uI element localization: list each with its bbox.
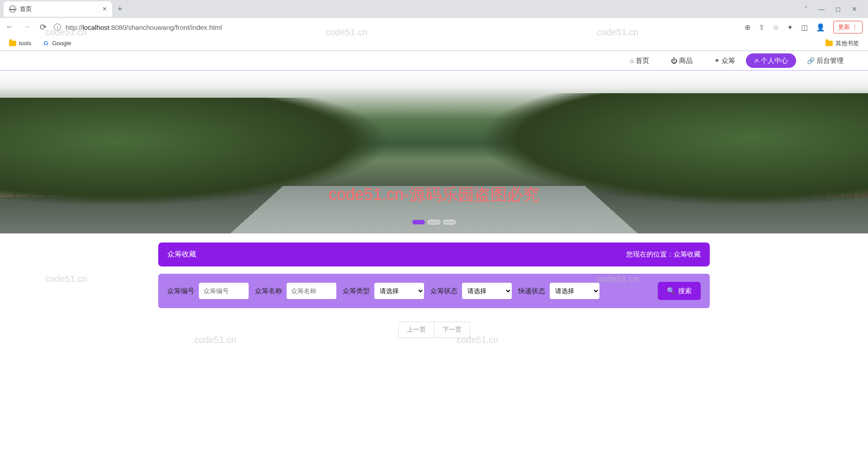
google-icon: G: [42, 40, 49, 47]
bookmark-icon[interactable]: ☆: [773, 23, 779, 32]
filter-status-label: 众筹状态: [430, 287, 458, 295]
nav-home[interactable]: ⌂首页: [619, 51, 660, 70]
user-icon: ዶ: [754, 57, 759, 65]
forward-icon[interactable]: →: [23, 22, 31, 32]
filter-delivery-label: 快递状态: [518, 287, 545, 295]
next-page-button[interactable]: 下一页: [434, 322, 470, 338]
info-icon[interactable]: i: [54, 24, 61, 31]
hero-watermark: code51.cn-源码乐园盗图必究: [329, 184, 539, 206]
filter-status-select[interactable]: 请选择: [462, 283, 512, 299]
link-icon: ⚭: [714, 57, 720, 64]
nav-personal[interactable]: ዶ个人中心: [746, 53, 796, 68]
filter-name-input[interactable]: [287, 283, 336, 299]
nav-crowd[interactable]: ⚭众筹: [703, 51, 746, 70]
address-bar: ← → ⟳ i http://localhost:8080/shanchouwa…: [0, 18, 868, 36]
globe-icon: [9, 5, 16, 13]
carousel-dot-2[interactable]: [428, 220, 440, 224]
prev-page-button[interactable]: 上一页: [398, 322, 434, 338]
bookmark-google[interactable]: GGoogle: [42, 40, 71, 47]
bookmark-other[interactable]: 其他书签: [826, 39, 859, 48]
window-controls: ˅ — ◻ ✕: [797, 5, 864, 13]
nav-goods[interactable]: ⏻商品: [660, 51, 703, 70]
filter-name-label: 众筹名称: [255, 287, 282, 295]
page-title: 众筹收藏: [167, 250, 196, 259]
url-field[interactable]: i http://localhost:8080/shanchouwang/fro…: [54, 24, 737, 31]
minimize-icon[interactable]: —: [818, 5, 825, 13]
filter-bar: 众筹编号 众筹名称 众筹类型 请选择 众筹状态 请选择 快递状态 请选择 🔍 搜…: [158, 274, 710, 308]
tab-title: 首页: [20, 5, 99, 13]
close-window-icon[interactable]: ✕: [852, 5, 857, 13]
browser-tab[interactable]: 首页 ×: [4, 1, 112, 17]
link2-icon: 🔗: [807, 57, 815, 64]
search-button[interactable]: 🔍 搜索: [658, 282, 701, 300]
main-nav: ⌂首页 ⏻商品 ⚭众筹 ዶ个人中心 🔗后台管理: [0, 51, 868, 71]
close-icon[interactable]: ×: [103, 5, 107, 13]
filter-id-input[interactable]: [199, 283, 249, 299]
update-button[interactable]: 更新 ⋮: [833, 21, 863, 33]
back-icon[interactable]: ←: [5, 22, 14, 32]
hero-banner: code51.cn-源码乐园盗图必究: [0, 71, 868, 233]
watermark: code51.cn: [45, 274, 87, 284]
extensions-icon[interactable]: ✦: [787, 23, 793, 32]
zoom-icon[interactable]: ⊕: [745, 23, 750, 32]
carousel-dot-3[interactable]: [443, 220, 456, 224]
pagination: 上一页 下一页: [158, 322, 710, 338]
search-icon: 🔍: [667, 287, 675, 295]
home-icon: ⌂: [630, 57, 634, 64]
filter-type-label: 众筹类型: [343, 287, 370, 295]
panel-icon[interactable]: ◫: [801, 23, 808, 32]
tab-bar: 首页 × + ˅ — ◻ ✕: [0, 0, 868, 18]
filter-id-label: 众筹编号: [167, 287, 194, 295]
folder-icon: [9, 41, 16, 46]
reload-icon[interactable]: ⟳: [40, 22, 47, 32]
power-icon: ⏻: [671, 57, 677, 64]
browser-chrome: 首页 × + ˅ — ◻ ✕ ← → ⟳ i http://localhost:…: [0, 0, 868, 51]
title-bar: 众筹收藏 您现在的位置：众筹收藏: [158, 243, 710, 266]
main-container: 众筹收藏 您现在的位置：众筹收藏 众筹编号 众筹名称 众筹类型 请选择 众筹状态…: [158, 243, 710, 338]
filter-delivery-select[interactable]: 请选择: [550, 283, 599, 299]
folder-icon: [826, 41, 833, 46]
carousel-dots: [412, 220, 456, 224]
nav-admin[interactable]: 🔗后台管理: [796, 51, 854, 70]
bookmark-tools[interactable]: tools: [9, 40, 31, 47]
breadcrumb: 您现在的位置：众筹收藏: [626, 250, 701, 259]
carousel-dot-1[interactable]: [412, 220, 425, 224]
new-tab-button[interactable]: +: [112, 1, 128, 18]
profile-icon[interactable]: 👤: [816, 23, 825, 32]
filter-type-select[interactable]: 请选择: [374, 283, 424, 299]
bookmark-bar: tools GGoogle 其他书签: [0, 36, 868, 51]
share-icon[interactable]: ⇪: [759, 23, 764, 32]
maximize-icon[interactable]: ◻: [835, 5, 841, 13]
chevron-down-icon[interactable]: ˅: [804, 5, 807, 13]
